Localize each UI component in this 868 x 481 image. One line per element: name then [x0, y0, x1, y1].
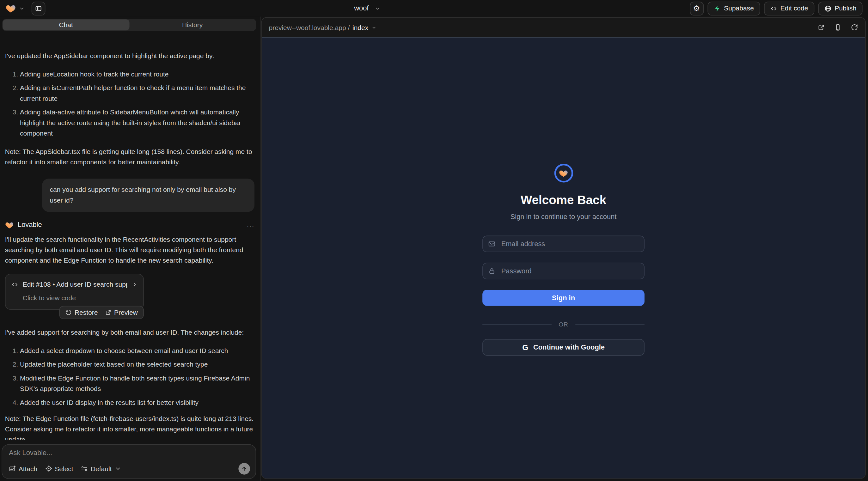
- signin-title: Welcome Back: [521, 193, 606, 207]
- settings-button[interactable]: ⚙: [690, 1, 704, 15]
- preview-viewport: Welcome Back Sign in to continue to your…: [262, 37, 865, 478]
- chat-mode-label: Default: [91, 465, 112, 473]
- preview-toolbar-icons: [818, 24, 858, 31]
- chat-panel: Chat History I've updated the AppSidebar…: [0, 17, 260, 481]
- or-divider: OR: [483, 321, 645, 327]
- divider-line: [483, 324, 551, 325]
- code-icon: [11, 281, 18, 288]
- heart-logo-icon: [559, 168, 568, 178]
- user-message-row: can you add support for searching not on…: [5, 179, 254, 212]
- google-button-label: Continue with Google: [533, 344, 605, 351]
- list-item: Adding data-active attribute to SidebarM…: [20, 107, 254, 139]
- edit-code-button[interactable]: Edit code: [764, 1, 814, 15]
- assistant-name: Lovable: [18, 220, 42, 230]
- preview-button[interactable]: Preview: [105, 307, 138, 318]
- restore-button-label: Restore: [74, 307, 98, 318]
- restore-icon: [65, 310, 72, 316]
- composer-toolbar: Attach Select Default: [9, 463, 250, 475]
- tab-history[interactable]: History: [129, 19, 256, 30]
- mobile-view-icon[interactable]: [834, 24, 841, 31]
- edit-card-subtitle: Click to view code: [11, 293, 138, 304]
- assistant-paragraph: I've updated the AppSidebar component to…: [5, 51, 254, 61]
- list-item: Updated the placeholder text based on th…: [20, 360, 254, 370]
- supabase-button[interactable]: Supabase: [707, 1, 760, 15]
- list-item: Modified the Edge Function to handle bot…: [20, 373, 254, 394]
- edit-version-card[interactable]: Edit #108 • Add user ID search supp... C…: [5, 274, 144, 310]
- list-item: Adding an isCurrentPath helper function …: [20, 83, 254, 104]
- chat-history-tabs: Chat History: [2, 19, 256, 31]
- assistant-note: Note: The AppSidebar.tsx file is getting…: [5, 147, 254, 168]
- publish-button-label: Publish: [835, 4, 856, 12]
- lovable-logo-icon[interactable]: [6, 3, 16, 13]
- email-field[interactable]: [483, 236, 645, 253]
- lovable-heart-icon: [5, 220, 14, 229]
- edit-card-header: Edit #108 • Add user ID search supp...: [11, 279, 138, 290]
- chat-message-list[interactable]: I've updated the AppSidebar component to…: [0, 34, 260, 440]
- google-g-icon: G: [522, 344, 528, 351]
- chat-input[interactable]: [9, 449, 234, 462]
- preview-url-bar: preview--woof.lovable.app / index: [262, 18, 865, 37]
- password-field[interactable]: [483, 263, 645, 279]
- continue-with-google-button[interactable]: G Continue with Google: [483, 339, 645, 356]
- tab-chat[interactable]: Chat: [3, 19, 129, 30]
- sliders-icon: [81, 465, 88, 472]
- gear-icon: ⚙: [693, 4, 700, 12]
- lock-icon: [488, 267, 496, 275]
- list-item: Added a select dropdown to choose betwee…: [20, 346, 254, 356]
- assistant-paragraph: I've added support for searching by both…: [5, 327, 254, 338]
- attach-image-icon: [9, 465, 16, 472]
- preview-url-domain: preview--woof.lovable.app /: [269, 23, 350, 31]
- preview-button-label: Preview: [114, 307, 138, 318]
- supabase-bolt-icon: [713, 5, 721, 12]
- app-window: woof ⚙ Supabase Edit code: [0, 0, 868, 481]
- mail-icon: [488, 240, 496, 248]
- arrow-up-icon: [241, 466, 247, 472]
- project-title[interactable]: woof: [354, 4, 369, 12]
- project-title-chevron-icon[interactable]: [375, 5, 381, 11]
- assistant-numbered-list: Adding useLocation hook to track the cur…: [5, 69, 254, 139]
- assistant-paragraph: I'll update the search functionality in …: [5, 234, 254, 266]
- signin-subtitle: Sign in to continue to your account: [510, 213, 617, 221]
- topbar-center-group: woof: [45, 4, 690, 12]
- attach-button-label: Attach: [19, 465, 38, 473]
- globe-icon: [824, 5, 831, 12]
- project-menu-chevron-icon[interactable]: [19, 5, 25, 11]
- preview-panel: preview--woof.lovable.app / index Welcom…: [261, 17, 866, 479]
- select-button-label: Select: [55, 465, 73, 473]
- version-actions: Restore Preview: [59, 306, 144, 319]
- toggle-sidebar-button[interactable]: [32, 1, 45, 15]
- attach-button[interactable]: Attach: [9, 465, 37, 473]
- code-icon: [770, 5, 777, 12]
- app-logo: [554, 164, 573, 183]
- sign-in-button[interactable]: Sign in: [483, 290, 645, 306]
- restore-button[interactable]: Restore: [65, 307, 98, 318]
- message-more-options-icon[interactable]: ...: [247, 220, 254, 230]
- preview-url[interactable]: preview--woof.lovable.app / index: [269, 23, 377, 31]
- send-message-button[interactable]: [238, 463, 250, 475]
- topbar-left-group: [6, 1, 45, 15]
- or-label: OR: [559, 321, 568, 327]
- list-item: Adding useLocation hook to track the cur…: [20, 69, 254, 79]
- supabase-button-label: Supabase: [724, 4, 754, 12]
- chat-mode-dropdown[interactable]: Default: [81, 465, 121, 473]
- assistant-header: Lovable ...: [5, 220, 254, 230]
- open-in-new-tab-icon[interactable]: [818, 24, 825, 31]
- top-bar: woof ⚙ Supabase Edit code: [0, 0, 868, 17]
- chevron-down-icon: [115, 465, 121, 472]
- edit-code-button-label: Edit code: [780, 4, 808, 12]
- external-link-icon: [105, 310, 111, 316]
- user-message-bubble: can you add support for searching not on…: [42, 179, 254, 212]
- url-chevron-down-icon: [371, 25, 377, 30]
- select-element-button[interactable]: Select: [45, 465, 73, 473]
- chevron-right-icon: [132, 282, 138, 288]
- edit-card-title: Edit #108 • Add user ID search supp...: [23, 279, 127, 290]
- topbar-right-group: ⚙ Supabase Edit code Publish: [690, 1, 863, 15]
- chat-composer[interactable]: Attach Select Default: [2, 444, 256, 479]
- preview-url-page: index: [352, 23, 368, 31]
- publish-button[interactable]: Publish: [818, 1, 863, 15]
- divider-line: [576, 324, 645, 325]
- assistant-note: Note: The Edge Function file (fetch-fire…: [5, 414, 254, 440]
- assistant-numbered-list: Added a select dropdown to choose betwee…: [5, 346, 254, 408]
- refresh-icon[interactable]: [851, 24, 858, 31]
- email-field-wrapper: [483, 236, 645, 253]
